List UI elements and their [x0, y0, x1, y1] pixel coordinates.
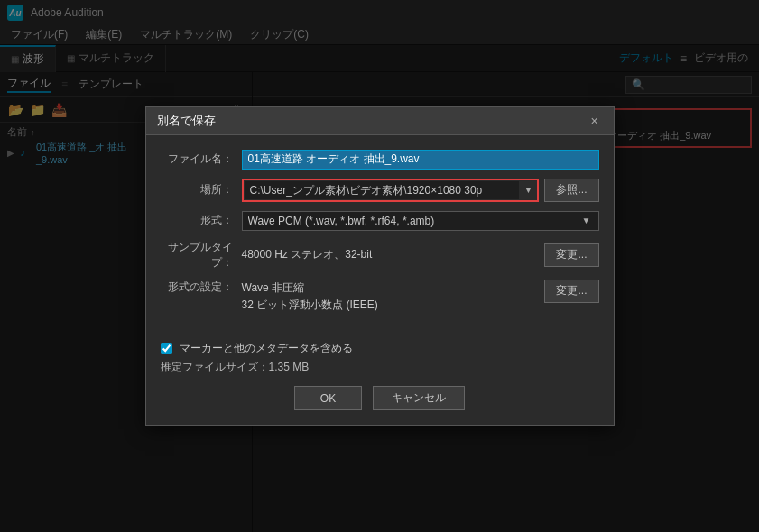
save-dialog: 別名で保存 × ファイル名： 場所： C:\User_ンプル素材\ビデオ素材\1… [145, 106, 615, 426]
cancel-button[interactable]: キャンセル [373, 386, 465, 410]
filename-row: ファイル名： [161, 150, 599, 170]
sampletype-row: サンプルタイプ： 48000 Hz ステレオ、32-bit 変更... [161, 240, 599, 271]
sampletype-label: サンプルタイプ： [161, 240, 242, 271]
format-control: Wave PCM (*.wav, *.bwf, *.rf64, *.amb) ▼ [242, 211, 599, 231]
sampletype-control: 48000 Hz ステレオ、32-bit [242, 247, 540, 262]
location-label: 場所： [161, 182, 242, 197]
change-sampletype-button[interactable]: 変更... [544, 243, 598, 267]
filename-control [242, 150, 599, 170]
formatsettings-label: 形式の設定： [161, 280, 242, 295]
dialog-titlebar: 別名で保存 × [146, 107, 614, 135]
dialog-overlay: 別名で保存 × ファイル名： 場所： C:\User_ンプル素材\ビデオ素材\1… [0, 0, 759, 532]
format-label: 形式： [161, 213, 242, 228]
location-control: C:\User_ンプル素材\ビデオ素材\1920×1080 30p ▼ [242, 179, 540, 202]
change-format-button[interactable]: 変更... [544, 280, 598, 303]
browse-button[interactable]: 参照... [544, 179, 598, 202]
checkbox-row: マーカーと他のメタデータを含める [161, 341, 599, 356]
format-settings-line2: 32 ビット浮動小数点 (IEEE) [242, 297, 540, 314]
dialog-body: ファイル名： 場所： C:\User_ンプル素材\ビデオ素材\1920×1080… [146, 135, 614, 334]
ok-button[interactable]: OK [294, 386, 362, 410]
dialog-footer: マーカーと他のメタデータを含める 推定ファイルサイズ：1.35 MB OK キャ… [146, 334, 614, 425]
metadata-checkbox[interactable] [161, 343, 172, 354]
format-settings-line1: Wave 非圧縮 [242, 280, 540, 297]
location-row: 場所： C:\User_ンプル素材\ビデオ素材\1920×1080 30p ▼ … [161, 179, 599, 202]
format-dropdown-arrow: ▼ [582, 216, 595, 225]
filename-input[interactable] [242, 150, 599, 170]
format-settings-text: Wave 非圧縮 32 ビット浮動小数点 (IEEE) [242, 280, 540, 314]
formatsettings-control: Wave 非圧縮 32 ビット浮動小数点 (IEEE) [242, 280, 540, 314]
formatsettings-row: 形式の設定： Wave 非圧縮 32 ビット浮動小数点 (IEEE) 変更... [161, 280, 599, 314]
checkbox-label: マーカーと他のメタデータを含める [180, 341, 353, 356]
format-select-wrap: Wave PCM (*.wav, *.bwf, *.rf64, *.amb) ▼ [242, 211, 599, 231]
dialog-title: 別名で保存 [157, 113, 216, 129]
sampletype-value: 48000 Hz ステレオ、32-bit [242, 248, 373, 261]
dialog-close-button[interactable]: × [587, 113, 603, 129]
filesize-row: 推定ファイルサイズ：1.35 MB [161, 360, 599, 375]
filename-label: ファイル名： [161, 151, 242, 167]
location-select-wrap: C:\User_ンプル素材\ビデオ素材\1920×1080 30p ▼ [242, 179, 540, 202]
location-dropdown-arrow: ▼ [524, 185, 533, 195]
dialog-buttons: OK キャンセル [161, 386, 599, 410]
location-select[interactable]: C:\User_ンプル素材\ビデオ素材\1920×1080 30p [245, 181, 519, 199]
format-select[interactable]: Wave PCM (*.wav, *.bwf, *.rf64, *.amb) [243, 212, 582, 230]
format-row: 形式： Wave PCM (*.wav, *.bwf, *.rf64, *.am… [161, 211, 599, 231]
